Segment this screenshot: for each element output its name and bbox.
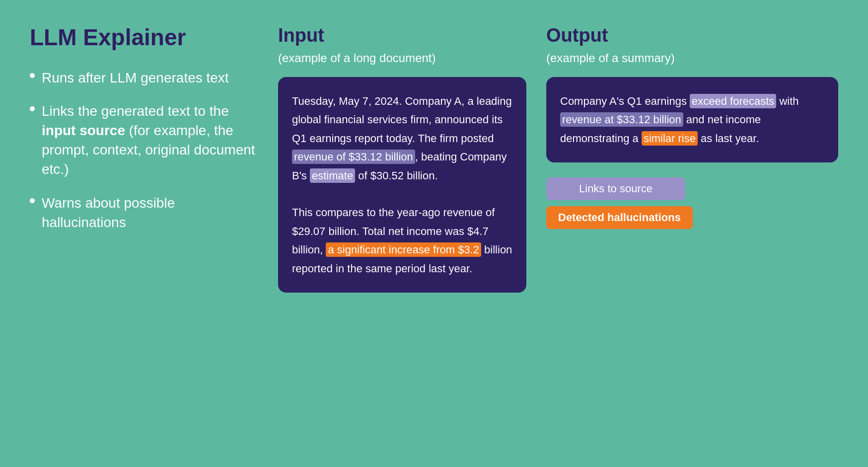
page-container: LLM Explainer Runs after LLM generates t… xyxy=(0,0,868,467)
output-summary-box: Company A's Q1 earnings exceed forecasts… xyxy=(546,77,838,162)
summary-text-1: Company A's Q1 earnings xyxy=(560,95,690,107)
bullet-text-2: Links the generated text to the input so… xyxy=(42,101,258,179)
summary-text-2: with xyxy=(776,95,798,107)
right-column: Output (example of a summary) Company A'… xyxy=(546,25,838,442)
main-title: LLM Explainer xyxy=(30,25,258,50)
bullet-list: Runs after LLM generates text Links the … xyxy=(30,68,258,232)
highlight-increase: a significant increase from $3.2 xyxy=(326,242,481,257)
output-title: Output xyxy=(546,25,838,46)
output-subtitle: (example of a summary) xyxy=(546,51,838,65)
list-item: Warns about possible hallucinations xyxy=(30,193,258,232)
legend-detected-hallucinations: Detected hallucinations xyxy=(546,206,693,229)
doc-text-1: Tuesday, May 7, 2024. Company A, a leadi… xyxy=(292,95,512,145)
highlight-similar-rise: similar rise xyxy=(642,131,698,146)
highlight-exceed: exceed forecasts xyxy=(690,94,776,108)
bullet-text-1: Runs after LLM generates text xyxy=(42,68,229,87)
left-column: LLM Explainer Runs after LLM generates t… xyxy=(30,25,258,442)
bullet-dot xyxy=(30,106,35,111)
legend-links-to-source: Links to source xyxy=(546,177,685,200)
bullet-dot xyxy=(30,73,35,78)
highlight-revenue-summary: revenue at $33.12 billion xyxy=(560,112,683,127)
legend-links-label: Links to source xyxy=(579,182,652,195)
bold-input-source: input source xyxy=(42,123,125,138)
bullet-text-3: Warns about possible hallucinations xyxy=(42,193,258,232)
input-title: Input xyxy=(278,25,526,46)
highlight-revenue: revenue of $33.12 billion xyxy=(292,150,415,164)
legend-container: Links to source Detected hallucinations xyxy=(546,177,838,229)
highlight-estimate: estimate xyxy=(310,168,355,183)
summary-text-4: as last year. xyxy=(698,132,759,145)
list-item: Runs after LLM generates text xyxy=(30,68,258,87)
bullet-dot xyxy=(30,198,35,203)
middle-column: Input (example of a long document) Tuesd… xyxy=(278,25,526,442)
input-document-box: Tuesday, May 7, 2024. Company A, a leadi… xyxy=(278,77,526,293)
list-item: Links the generated text to the input so… xyxy=(30,101,258,179)
input-subtitle: (example of a long document) xyxy=(278,51,526,65)
legend-hallucinations-label: Detected hallucinations xyxy=(558,211,681,224)
